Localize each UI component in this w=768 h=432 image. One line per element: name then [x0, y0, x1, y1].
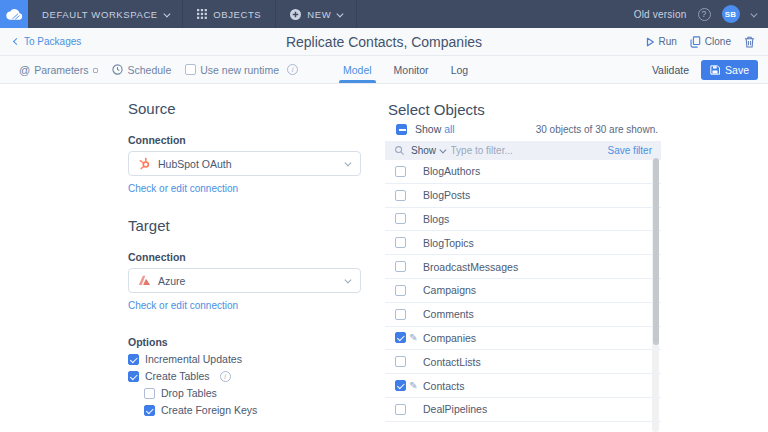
object-checkbox[interactable]: [395, 309, 406, 320]
package-toolbar: @ Parameters Schedule Use new runtime i …: [0, 56, 768, 84]
object-checkbox[interactable]: [395, 213, 406, 224]
object-name: Blogs: [423, 213, 449, 225]
save-icon: [710, 65, 720, 75]
new-menu-button[interactable]: NEW: [276, 0, 356, 28]
option-label: Drop Tables: [161, 387, 217, 399]
help-icon[interactable]: ?: [698, 8, 711, 21]
back-to-packages-link[interactable]: To Packages: [0, 36, 81, 47]
save-label: Save: [725, 64, 749, 76]
objects-menu-button[interactable]: OBJECTS: [183, 0, 276, 28]
parameters-label: Parameters: [34, 64, 88, 76]
chevron-down-icon: [344, 277, 350, 283]
info-icon[interactable]: i: [287, 64, 298, 75]
target-edit-connection-link[interactable]: Check or edit connection: [128, 300, 361, 311]
use-new-runtime-label: Use new runtime: [200, 64, 279, 76]
parameters-badge: [93, 68, 98, 73]
use-new-runtime-checkbox[interactable]: [185, 64, 196, 75]
workspace-selector[interactable]: DEFAULT WORKSPACE: [28, 0, 183, 28]
grid-icon: [197, 9, 207, 19]
schedule-label: Schedule: [127, 64, 171, 76]
object-row[interactable]: ContactLists: [385, 350, 661, 374]
option-create-foreign-keys[interactable]: Create Foreign Keys: [144, 404, 361, 416]
option-checkbox[interactable]: [144, 388, 155, 399]
target-connection-select[interactable]: Azure: [128, 268, 361, 293]
edit-task-icon[interactable]: ✎: [409, 333, 418, 343]
back-label: To Packages: [24, 36, 81, 47]
app-window: DEFAULT WORKSPACE OBJECTS NEW Old versio…: [0, 0, 768, 432]
new-label: NEW: [307, 9, 331, 20]
source-edit-connection-link[interactable]: Check or edit connection: [128, 183, 361, 194]
option-label: Incremental Updates: [145, 353, 242, 365]
object-checkbox[interactable]: [395, 190, 406, 201]
tab-monitor[interactable]: Monitor: [394, 56, 429, 83]
object-row[interactable]: Comments: [385, 303, 661, 327]
schedule-button[interactable]: Schedule: [112, 64, 171, 76]
at-icon: @: [19, 64, 30, 76]
info-icon[interactable]: i: [220, 371, 231, 382]
object-checkbox[interactable]: [395, 380, 406, 391]
option-create-tables[interactable]: Create Tablesi: [128, 370, 361, 382]
option-drop-tables[interactable]: Drop Tables: [144, 387, 361, 399]
object-row[interactable]: BlogAuthors: [385, 160, 661, 184]
old-version-link[interactable]: Old version: [634, 9, 687, 20]
target-heading: Target: [128, 217, 361, 234]
option-incremental-updates[interactable]: Incremental Updates: [128, 353, 361, 365]
object-checkbox[interactable]: [395, 404, 406, 415]
object-checkbox[interactable]: [395, 237, 406, 248]
object-row[interactable]: DealPipelines: [385, 398, 661, 422]
object-checkbox[interactable]: [395, 285, 406, 296]
objects-count-text: 30 objects of 30 are shown.: [536, 124, 661, 135]
option-checkbox[interactable]: [144, 405, 155, 416]
object-name: DealPipelines: [423, 403, 487, 415]
validate-button[interactable]: Validate: [652, 64, 689, 76]
object-checkbox[interactable]: [395, 356, 406, 367]
object-checkbox[interactable]: [395, 261, 406, 272]
object-row[interactable]: BlogPosts: [385, 184, 661, 208]
run-button[interactable]: Run: [645, 36, 677, 47]
save-button[interactable]: Save: [701, 60, 758, 80]
source-connection-label: Connection: [128, 134, 361, 146]
scrollbar-thumb[interactable]: [653, 158, 659, 345]
select-all-checkbox[interactable]: [396, 124, 407, 135]
chevron-down-icon: [344, 160, 350, 166]
tab-log[interactable]: Log: [451, 56, 469, 83]
show-all-row: Show all 30 objects of 30 are shown.: [385, 123, 661, 135]
delete-button[interactable]: [744, 36, 755, 48]
hubspot-icon: [138, 157, 151, 170]
main-content: Source Connection HubSpot OAuth Check or…: [0, 84, 768, 432]
object-row[interactable]: Blogs: [385, 208, 661, 232]
object-name: Contacts: [423, 380, 464, 392]
chevron-down-icon[interactable]: [750, 10, 756, 16]
source-connection-select[interactable]: HubSpot OAuth: [128, 151, 361, 176]
clone-button[interactable]: Clone: [690, 36, 731, 48]
app-logo[interactable]: [0, 0, 28, 28]
target-connection-value: Azure: [158, 275, 338, 287]
filter-show-dropdown[interactable]: Show: [411, 145, 445, 156]
user-avatar[interactable]: SB: [722, 5, 740, 23]
parameters-button[interactable]: @ Parameters: [19, 64, 98, 76]
chevron-down-icon: [164, 10, 170, 16]
filter-input[interactable]: [451, 145, 602, 156]
use-new-runtime-option[interactable]: Use new runtime i: [185, 64, 298, 76]
object-row[interactable]: BlogTopics: [385, 231, 661, 255]
scrollbar-track[interactable]: [652, 158, 659, 432]
object-row[interactable]: ✎Contacts: [385, 374, 661, 398]
save-filter-link[interactable]: Save filter: [608, 145, 652, 156]
tab-model[interactable]: Model: [343, 56, 372, 83]
view-tabs: Model Monitor Log: [343, 56, 468, 83]
option-checkbox[interactable]: [128, 371, 139, 382]
object-name: BlogAuthors: [423, 165, 480, 177]
show-all-link[interactable]: all: [444, 123, 455, 135]
chevron-down-icon: [440, 147, 446, 153]
run-icon: [645, 37, 655, 47]
edit-task-icon[interactable]: ✎: [409, 381, 418, 391]
object-row[interactable]: BroadcastMessages: [385, 255, 661, 279]
object-checkbox[interactable]: [395, 166, 406, 177]
option-checkbox[interactable]: [128, 354, 139, 365]
object-row[interactable]: ✎Companies: [385, 327, 661, 351]
workspace-label: DEFAULT WORKSPACE: [42, 9, 158, 20]
options-list: Incremental UpdatesCreate TablesiDrop Ta…: [128, 353, 361, 416]
object-row[interactable]: Campaigns: [385, 279, 661, 303]
object-name: Comments: [423, 308, 474, 320]
object-checkbox[interactable]: [395, 332, 406, 343]
